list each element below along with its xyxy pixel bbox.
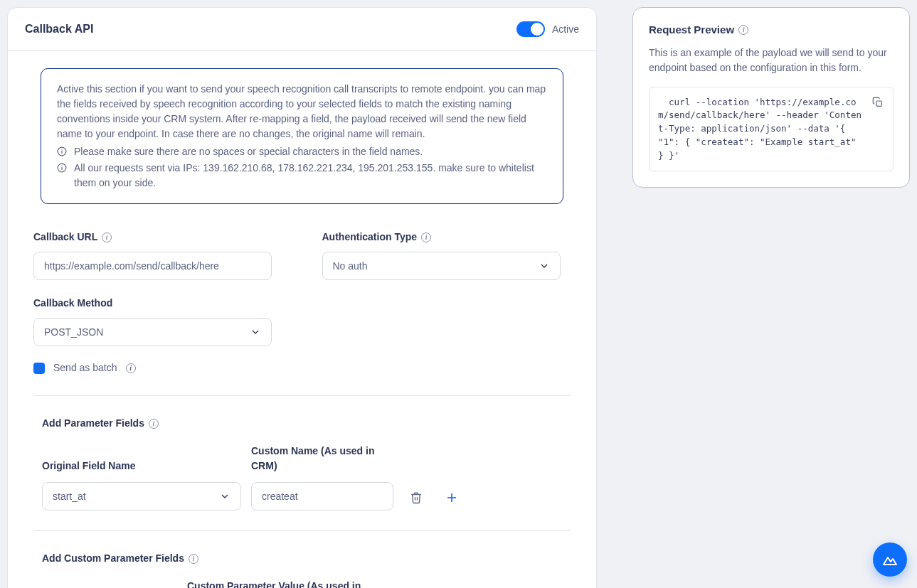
copy-icon: [872, 97, 884, 108]
form-grid: Callback URL i Authentication Type i No …: [33, 230, 571, 346]
original-field-value: start_at: [53, 489, 86, 504]
info-note-2-text: All our requests sent via IPs: 139.162.2…: [74, 161, 547, 191]
original-field-label: Original Field Name: [42, 459, 241, 474]
callback-url-input[interactable]: [33, 252, 272, 280]
active-toggle-label: Active: [552, 22, 579, 37]
custom-name-input[interactable]: [251, 482, 393, 511]
add-row-button[interactable]: [439, 485, 465, 511]
callback-url-field: Callback URL i: [33, 230, 282, 280]
callback-method-select[interactable]: POST_JSON: [33, 318, 272, 346]
custom-param-row: Custom Parameter Name Custom Parameter V…: [42, 579, 571, 588]
svg-point-5: [61, 166, 62, 166]
trash-icon: [410, 491, 423, 504]
divider: [33, 530, 571, 531]
svg-point-2: [61, 149, 62, 150]
preview-title: Request Preview: [649, 22, 734, 38]
callback-method-label: Callback Method: [33, 296, 112, 311]
check-icon: [36, 365, 43, 372]
custom-name-label: Custom Name (As used in CRM): [251, 444, 393, 474]
code-block: curl --location 'https://example.com/sen…: [649, 87, 894, 172]
param-section: Add Parameter Fields i Original Field Na…: [33, 416, 571, 511]
active-toggle-knob: [531, 23, 544, 36]
param-section-title: Add Parameter Fields: [42, 416, 144, 431]
active-toggle-wrap: Active: [516, 21, 579, 37]
mountains-icon: [881, 551, 899, 568]
auth-type-select[interactable]: No auth: [322, 252, 561, 280]
send-as-batch-label: Send as batch: [53, 360, 117, 375]
help-icon[interactable]: i: [421, 232, 431, 242]
original-field-col: Original Field Name start_at: [42, 459, 241, 511]
custom-param-value-label: Custom Parameter Value (As used in CRM): [187, 579, 379, 588]
info-box: Active this section if you want to send …: [41, 68, 563, 204]
delete-row-button[interactable]: [403, 485, 429, 511]
chevron-down-icon: [250, 326, 261, 338]
callback-method-value: POST_JSON: [44, 325, 103, 340]
callback-method-field: Callback Method POST_JSON: [33, 296, 282, 346]
callback-url-label: Callback URL: [33, 230, 97, 245]
card-title: Callback API: [25, 21, 93, 38]
help-fab[interactable]: [873, 542, 907, 577]
original-field-select[interactable]: start_at: [42, 482, 241, 511]
chevron-down-icon: [219, 491, 230, 502]
help-icon[interactable]: i: [149, 419, 159, 429]
info-paragraph: Active this section if you want to send …: [57, 82, 547, 141]
card-body: Active this section if you want to send …: [8, 51, 596, 588]
divider: [33, 395, 571, 396]
active-toggle[interactable]: [516, 21, 545, 37]
custom-param-section: Add Custom Parameter Fields i Custom Par…: [33, 551, 571, 588]
send-as-batch-row: Send as batch i: [33, 360, 571, 375]
info-note-2: All our requests sent via IPs: 139.162.2…: [57, 161, 547, 191]
help-icon[interactable]: i: [738, 25, 748, 35]
plus-icon: [445, 491, 458, 504]
svg-rect-10: [876, 101, 881, 106]
info-icon: [57, 146, 67, 156]
custom-section-title: Add Custom Parameter Fields: [42, 551, 184, 566]
info-note-1-text: Please make sure there are no spaces or …: [74, 144, 423, 159]
send-as-batch-checkbox[interactable]: [33, 363, 45, 374]
request-preview-card: Request Preview i This is an example of …: [632, 7, 910, 188]
chevron-down-icon: [539, 260, 550, 272]
help-icon[interactable]: i: [102, 232, 112, 242]
help-icon[interactable]: i: [189, 554, 198, 564]
info-icon: [57, 163, 67, 173]
param-row: Original Field Name start_at Custom Name…: [42, 444, 571, 511]
auth-type-label: Authentication Type: [322, 230, 418, 245]
copy-button[interactable]: [870, 95, 886, 110]
card-header: Callback API Active: [8, 8, 596, 51]
preview-code: curl --location 'https://example.com/sen…: [658, 96, 864, 163]
custom-name-col: Custom Name (As used in CRM): [251, 444, 393, 511]
custom-param-value-col: Custom Parameter Value (As used in CRM): [187, 579, 379, 588]
callback-api-card: Callback API Active Active this section …: [7, 7, 597, 588]
auth-type-value: No auth: [333, 259, 368, 274]
preview-description: This is an example of the payload we wil…: [649, 46, 894, 75]
auth-type-field: Authentication Type i No auth: [322, 230, 571, 280]
info-note-1: Please make sure there are no spaces or …: [57, 144, 547, 159]
help-icon[interactable]: i: [126, 363, 136, 373]
